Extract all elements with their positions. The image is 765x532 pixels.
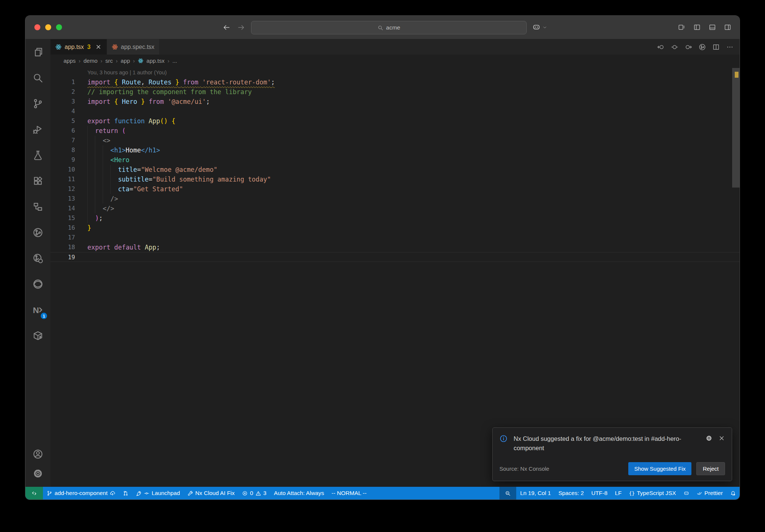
breadcrumb-item-src[interactable]: src: [105, 58, 113, 64]
status-text: Spaces: 2: [558, 490, 584, 497]
more-icon[interactable]: [726, 43, 734, 51]
status-language-mode[interactable]: {}TypeScript JSX: [625, 487, 680, 499]
command-center-search[interactable]: acme: [251, 21, 527, 34]
status-vim-mode[interactable]: -- NORMAL --: [328, 487, 371, 499]
split-icon[interactable]: [712, 43, 720, 51]
status-launchpad[interactable]: Launchpad: [132, 487, 184, 499]
forward-arrow-icon[interactable]: [237, 24, 245, 31]
close-window-button[interactable]: [34, 24, 40, 30]
activity-item-gitlens-inspect[interactable]: [25, 245, 50, 271]
zoom-window-button[interactable]: [56, 24, 62, 30]
activity-item-gitlens[interactable]: [25, 220, 50, 245]
status-auto-attach[interactable]: Auto Attach: Always: [270, 487, 328, 499]
code-line-3[interactable]: 3import { Hero } from '@acme/ui';: [50, 97, 740, 106]
status-copilot[interactable]: [680, 487, 693, 499]
tab-app-tsx[interactable]: app.tsx3: [50, 39, 106, 55]
activity-item-containers[interactable]: [25, 323, 50, 349]
code-line-16[interactable]: 16}: [50, 223, 740, 233]
status-git-compare[interactable]: [119, 487, 132, 499]
code-line-12[interactable]: 12 cta="Get Started": [50, 184, 740, 194]
zoom-out-icon: [505, 491, 511, 496]
breadcrumb-tail[interactable]: ...: [172, 58, 177, 64]
sidebar-left-icon[interactable]: [693, 24, 701, 31]
code-line-19[interactable]: 19: [50, 252, 740, 262]
tab-app-spec-tsx[interactable]: app.spec.tsx: [106, 39, 159, 55]
inspect-icon: [32, 253, 43, 264]
code-line-15[interactable]: 15 );: [50, 213, 740, 223]
notification-source: Source: Nx Console: [499, 466, 549, 472]
nav-dot-icon[interactable]: [671, 43, 678, 51]
activity-item-accounts[interactable]: [25, 444, 50, 464]
code-line-8[interactable]: 8 <h1>Home</h1>: [50, 145, 740, 155]
status-git-branch[interactable]: add-hero-component: [43, 487, 119, 499]
code-line-7[interactable]: 7 <>: [50, 136, 740, 145]
breadcrumb-item-demo[interactable]: demo: [84, 58, 98, 64]
activity-item-settings[interactable]: [25, 464, 50, 483]
code-line-10[interactable]: 10 title="Welcmoe @acme/demo": [50, 165, 740, 174]
activity-item-testing[interactable]: [25, 142, 50, 168]
tab-bar: app.tsx3app.spec.tsx: [50, 39, 740, 55]
code-line-18[interactable]: 18export default App;: [50, 242, 740, 252]
breadcrumb-item-app[interactable]: app: [121, 58, 130, 64]
status-text: add-hero-component: [55, 490, 108, 497]
files-icon: [32, 47, 43, 58]
code-line-13[interactable]: 13 />: [50, 194, 740, 204]
code-line-6[interactable]: 6 return (: [50, 126, 740, 136]
status-text: UTF-8: [591, 490, 607, 497]
editor-actions: [657, 39, 734, 55]
status-notifications[interactable]: [727, 487, 740, 499]
code-line-11[interactable]: 11 subtitle="Build something amazing tod…: [50, 174, 740, 184]
status-indentation[interactable]: Spaces: 2: [555, 487, 588, 499]
sidebar-right-icon[interactable]: [724, 24, 731, 31]
show-suggested-fix-button[interactable]: Show Suggested Fix: [628, 462, 692, 475]
layout-icon[interactable]: [678, 24, 685, 31]
code-line-17[interactable]: 17: [50, 233, 740, 242]
back-arrow-icon[interactable]: [223, 24, 230, 31]
breadcrumb-item-apps[interactable]: apps: [64, 58, 76, 64]
editor-scrollbar[interactable]: [732, 67, 740, 487]
scrollbar-thumb[interactable]: [732, 68, 740, 188]
nav-forward-icon[interactable]: [685, 43, 692, 51]
status-eol[interactable]: LF: [611, 487, 625, 499]
code-editor[interactable]: You, 3 hours ago | 1 author (You)1import…: [50, 67, 740, 487]
activity-item-source-control[interactable]: [25, 91, 50, 117]
error-icon: [242, 491, 248, 496]
tab-close-icon[interactable]: [95, 44, 102, 50]
activity-item-explorer[interactable]: [25, 39, 50, 65]
status-cursor-position[interactable]: Ln 19, Col 1: [516, 487, 555, 499]
watch-icon: [32, 227, 43, 238]
status-remote[interactable]: [25, 487, 43, 499]
status-text: Nx Cloud AI Fix: [195, 490, 235, 497]
graph-icon[interactable]: [699, 43, 706, 51]
code-line-5[interactable]: 5export function App() {: [50, 116, 740, 126]
minimize-window-button[interactable]: [45, 24, 51, 30]
activity-item-edge-devtools[interactable]: [25, 271, 50, 297]
code-line-2[interactable]: 2// importing the component from the lib…: [50, 87, 740, 97]
reject-button[interactable]: Reject: [696, 462, 725, 475]
code-line-9[interactable]: 9 <Hero: [50, 155, 740, 165]
activity-item-nx-console[interactable]: N1: [25, 297, 50, 323]
breadcrumb-separator: ›: [100, 58, 102, 64]
status-encoding[interactable]: UTF-8: [588, 487, 611, 499]
activity-item-type-hierarchy[interactable]: [25, 194, 50, 220]
activity-item-extensions[interactable]: [25, 168, 50, 194]
copilot-menu[interactable]: [532, 16, 547, 39]
code-line-14[interactable]: 14 </>: [50, 204, 740, 213]
notification-close-icon[interactable]: [718, 435, 725, 442]
breadcrumb-separator: ›: [167, 58, 169, 64]
nav-back-icon[interactable]: [657, 43, 665, 51]
code-line-1[interactable]: 1import { Route, Routes } from 'react-ro…: [50, 77, 740, 87]
status-problems[interactable]: 03: [238, 487, 270, 499]
status-nx-cloud-ai-fix[interactable]: Nx Cloud AI Fix: [184, 487, 238, 499]
code-line-4[interactable]: 4: [50, 106, 740, 116]
notification-gear-icon[interactable]: [706, 435, 712, 442]
search-icon: [378, 25, 383, 31]
status-prettier[interactable]: Prettier: [693, 487, 727, 499]
activity-item-search[interactable]: [25, 65, 50, 91]
line-number: 11: [50, 174, 75, 184]
activity-item-run-and-debug[interactable]: [25, 117, 50, 142]
tab-problems-badge: 3: [87, 44, 91, 50]
breadcrumb-file[interactable]: app.tsx: [146, 58, 164, 64]
panel-icon[interactable]: [709, 24, 716, 31]
status-zoom-level[interactable]: [499, 487, 516, 499]
